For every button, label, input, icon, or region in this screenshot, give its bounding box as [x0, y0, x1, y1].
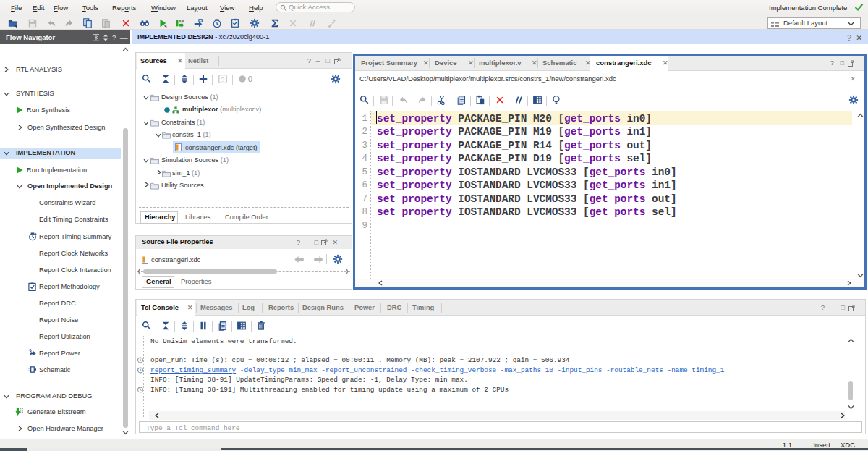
svg-text:?: ?	[221, 76, 225, 83]
svg-text:0: 0	[248, 75, 252, 83]
